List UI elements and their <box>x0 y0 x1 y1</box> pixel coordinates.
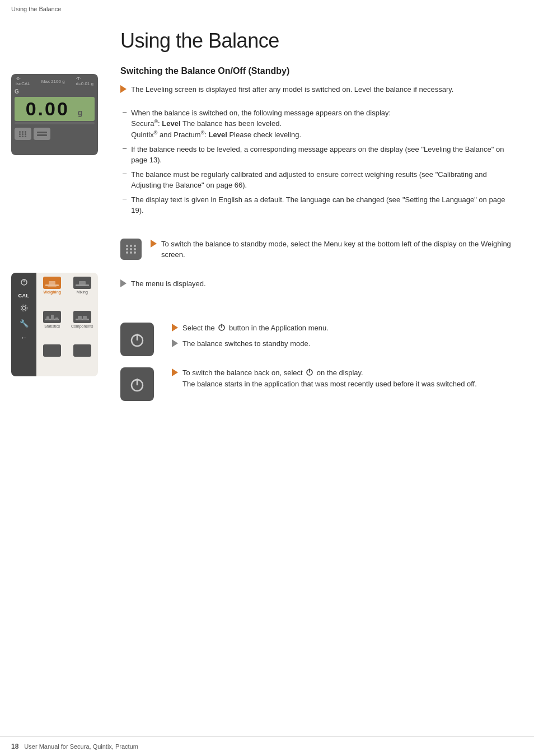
menu-display-arrow-item: The menu is displayed. <box>120 278 517 290</box>
app-weighing[interactable]: Weighing <box>38 274 67 307</box>
dash-3: – <box>123 169 127 178</box>
svg-point-3 <box>21 305 27 311</box>
standby-section: To switch the balance to standby mode, s… <box>120 239 517 265</box>
svg-rect-6 <box>48 286 57 287</box>
arrow-icon-3 <box>172 324 178 332</box>
balance-button-row <box>11 125 98 142</box>
menu-apps-panel: Weighing Mixing <box>36 273 98 376</box>
svg-rect-4 <box>45 284 59 286</box>
tare-symbol: ·T· <box>76 76 93 81</box>
weight-display: 0.00 g <box>15 97 95 121</box>
app-statistics[interactable]: Statistics <box>38 309 67 341</box>
arrow-icon-1 <box>120 85 127 93</box>
select-power-arrow: Select the button in the Application men… <box>172 323 329 334</box>
footer-text: User Manual for Secura, Quintix, Practum <box>24 743 138 750</box>
dash-4: – <box>123 194 127 203</box>
power-btn-area-1 <box>120 323 163 356</box>
settings-icon[interactable] <box>20 304 28 314</box>
svg-rect-8 <box>79 281 86 284</box>
balance-right-labels: ·T· d=0.01 g <box>76 76 93 86</box>
menu-sidebar: CAL 🔧 ← <box>11 273 98 376</box>
page-header: Using the Balance <box>0 0 534 18</box>
svg-rect-14 <box>78 316 82 320</box>
svg-rect-7 <box>76 284 89 286</box>
bullet-block: – When the balance is switched on, the f… <box>123 108 517 216</box>
menu-displayed-section: The menu is displayed. <box>120 278 517 290</box>
unit-row: G <box>11 87 98 96</box>
d-label: d=0.01 g <box>76 81 93 86</box>
page-wrapper: Using the Balance ·0· isoCAL Max 2100 g … <box>0 0 534 412</box>
bullet-text-3: The balance must be regularly calibrated… <box>131 169 517 191</box>
empty-icon-1 <box>43 344 61 357</box>
svg-rect-12 <box>55 318 58 320</box>
dash-1: – <box>123 108 127 116</box>
right-column: Using the Balance Switching the Balance … <box>109 29 517 401</box>
standby-mode-arrow: The balance switches to standby mode. <box>172 338 329 349</box>
weighing-icon <box>43 277 61 289</box>
menu-dots-grid <box>126 245 137 254</box>
bullet-text-1: When the balance is switched on, the fol… <box>131 108 391 141</box>
components-icon <box>73 311 91 323</box>
statistics-icon <box>43 311 61 323</box>
level-button[interactable] <box>34 128 50 140</box>
cal-label[interactable]: CAL <box>18 293 30 298</box>
svg-rect-5 <box>49 281 55 284</box>
page-footer: 18 User Manual for Secura, Quintix, Prac… <box>0 736 534 756</box>
app-mixing[interactable]: Mixing <box>68 274 97 307</box>
standby-text: To switch the balance to standby mode, s… <box>161 239 517 260</box>
menu-dots <box>19 131 27 137</box>
power-section-1: Select the button in the Application men… <box>120 323 517 401</box>
bullet-3: – The balance must be regularly calibrat… <box>123 169 517 191</box>
balance-device-illustration: ·0· isoCAL Max 2100 g ·T· d=0.01 g G 0.0… <box>11 74 98 155</box>
bullet-1: – When the balance is switched on, the f… <box>123 108 517 141</box>
bullet-4: – The display text is given in English a… <box>123 194 517 216</box>
wrench-icon[interactable]: 🔧 <box>20 319 29 328</box>
leveling-text: The Leveling screen is displayed first a… <box>131 84 453 95</box>
back-arrow-icon[interactable]: ← <box>20 333 27 342</box>
bullet-text-2: If the balance needs to be leveled, a co… <box>131 144 517 166</box>
power-btn-row-2: To switch the balance back on, select on… <box>120 367 517 401</box>
content-area: ·0· isoCAL Max 2100 g ·T· d=0.01 g G 0.0… <box>0 18 534 412</box>
balance-labels: ·0· isoCAL <box>16 76 30 86</box>
power-btn-area-2 <box>120 367 163 401</box>
max-label: Max 2100 g <box>41 79 65 84</box>
app-components[interactable]: Components <box>68 309 97 341</box>
power-icon-box-2 <box>120 367 154 401</box>
arrow-icon-2 <box>151 240 157 248</box>
power-icon[interactable] <box>20 277 29 287</box>
menu-device-illustration: CAL 🔧 ← <box>11 273 98 376</box>
switch-back-arrow: To switch the balance back on, select on… <box>172 367 477 390</box>
zero-symbol: ·0· <box>16 76 30 81</box>
power-icon-box-1 <box>120 323 154 356</box>
app-empty2 <box>68 342 97 375</box>
mixing-label: Mixing <box>77 290 88 294</box>
balance-bar <box>15 122 95 124</box>
open-arrow-icon-1 <box>120 279 127 287</box>
switch-back-text: To switch the balance back on, select on… <box>182 367 477 390</box>
select-power-text: Select the button in the Application men… <box>182 323 329 334</box>
weight-value: 0.00 <box>26 98 69 119</box>
bullet-2: – If the balance needs to be leveled, a … <box>123 144 517 166</box>
standby-mode-text: The balance switches to standby mode. <box>182 338 310 349</box>
menu-btn-icon-area <box>120 239 142 260</box>
statistics-label: Statistics <box>44 324 60 328</box>
bullet-text-4: The display text is given in English as … <box>131 194 517 216</box>
app-empty1 <box>38 342 67 375</box>
menu-button[interactable] <box>15 128 31 140</box>
standby-instruction-text: To switch the balance to standby mode, s… <box>151 239 517 265</box>
svg-rect-15 <box>83 316 87 320</box>
mixing-icon <box>73 277 91 289</box>
svg-point-2 <box>22 306 26 310</box>
page-number: 18 <box>11 743 18 750</box>
section-title: Switching the Balance On/Off (Standby) <box>120 66 517 76</box>
components-label: Components <box>71 324 93 328</box>
switch-back-instructions: To switch the balance back on, select on… <box>172 367 477 394</box>
weighing-label: Weighing <box>44 290 61 294</box>
standby-arrow-item: To switch the balance to standby mode, s… <box>151 239 517 260</box>
page-title: Using the Balance <box>120 29 517 53</box>
svg-rect-10 <box>46 316 49 320</box>
breadcrumb: Using the Balance <box>11 6 61 12</box>
arrow-icon-4 <box>172 368 178 376</box>
svg-rect-13 <box>76 319 89 320</box>
level-icon <box>37 132 47 136</box>
